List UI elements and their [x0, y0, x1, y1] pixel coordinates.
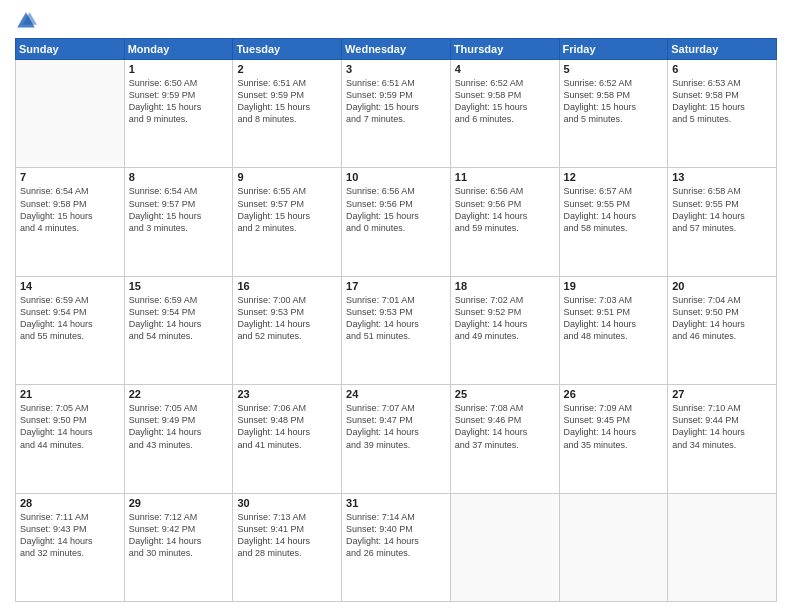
calendar-cell: 22Sunrise: 7:05 AM Sunset: 9:49 PM Dayli… [124, 385, 233, 493]
calendar-table: SundayMondayTuesdayWednesdayThursdayFrid… [15, 38, 777, 602]
calendar-week-4: 28Sunrise: 7:11 AM Sunset: 9:43 PM Dayli… [16, 493, 777, 601]
header [15, 10, 777, 32]
day-info: Sunrise: 7:12 AM Sunset: 9:42 PM Dayligh… [129, 511, 229, 560]
day-number: 21 [20, 388, 120, 400]
logo-icon [15, 10, 37, 32]
day-number: 20 [672, 280, 772, 292]
calendar-cell: 13Sunrise: 6:58 AM Sunset: 9:55 PM Dayli… [668, 168, 777, 276]
day-number: 30 [237, 497, 337, 509]
calendar-cell: 27Sunrise: 7:10 AM Sunset: 9:44 PM Dayli… [668, 385, 777, 493]
day-info: Sunrise: 6:54 AM Sunset: 9:58 PM Dayligh… [20, 185, 120, 234]
day-info: Sunrise: 6:53 AM Sunset: 9:58 PM Dayligh… [672, 77, 772, 126]
day-info: Sunrise: 6:55 AM Sunset: 9:57 PM Dayligh… [237, 185, 337, 234]
day-info: Sunrise: 6:52 AM Sunset: 9:58 PM Dayligh… [455, 77, 555, 126]
day-info: Sunrise: 6:59 AM Sunset: 9:54 PM Dayligh… [20, 294, 120, 343]
day-info: Sunrise: 6:56 AM Sunset: 9:56 PM Dayligh… [346, 185, 446, 234]
day-number: 29 [129, 497, 229, 509]
calendar-header-monday: Monday [124, 39, 233, 60]
day-info: Sunrise: 6:56 AM Sunset: 9:56 PM Dayligh… [455, 185, 555, 234]
day-number: 2 [237, 63, 337, 75]
calendar-cell: 29Sunrise: 7:12 AM Sunset: 9:42 PM Dayli… [124, 493, 233, 601]
day-info: Sunrise: 7:09 AM Sunset: 9:45 PM Dayligh… [564, 402, 664, 451]
calendar-cell: 31Sunrise: 7:14 AM Sunset: 9:40 PM Dayli… [342, 493, 451, 601]
day-number: 10 [346, 171, 446, 183]
calendar-header-wednesday: Wednesday [342, 39, 451, 60]
day-info: Sunrise: 6:54 AM Sunset: 9:57 PM Dayligh… [129, 185, 229, 234]
day-number: 31 [346, 497, 446, 509]
calendar-cell: 15Sunrise: 6:59 AM Sunset: 9:54 PM Dayli… [124, 276, 233, 384]
day-info: Sunrise: 6:59 AM Sunset: 9:54 PM Dayligh… [129, 294, 229, 343]
day-info: Sunrise: 7:14 AM Sunset: 9:40 PM Dayligh… [346, 511, 446, 560]
day-number: 19 [564, 280, 664, 292]
calendar-week-0: 1Sunrise: 6:50 AM Sunset: 9:59 PM Daylig… [16, 60, 777, 168]
calendar-cell: 21Sunrise: 7:05 AM Sunset: 9:50 PM Dayli… [16, 385, 125, 493]
day-number: 17 [346, 280, 446, 292]
day-number: 4 [455, 63, 555, 75]
day-info: Sunrise: 7:10 AM Sunset: 9:44 PM Dayligh… [672, 402, 772, 451]
calendar-week-3: 21Sunrise: 7:05 AM Sunset: 9:50 PM Dayli… [16, 385, 777, 493]
calendar-cell: 18Sunrise: 7:02 AM Sunset: 9:52 PM Dayli… [450, 276, 559, 384]
calendar-cell: 4Sunrise: 6:52 AM Sunset: 9:58 PM Daylig… [450, 60, 559, 168]
day-number: 5 [564, 63, 664, 75]
day-number: 11 [455, 171, 555, 183]
day-info: Sunrise: 7:11 AM Sunset: 9:43 PM Dayligh… [20, 511, 120, 560]
calendar-header-saturday: Saturday [668, 39, 777, 60]
calendar-cell: 23Sunrise: 7:06 AM Sunset: 9:48 PM Dayli… [233, 385, 342, 493]
calendar-header-friday: Friday [559, 39, 668, 60]
day-number: 7 [20, 171, 120, 183]
calendar-cell: 17Sunrise: 7:01 AM Sunset: 9:53 PM Dayli… [342, 276, 451, 384]
day-info: Sunrise: 7:04 AM Sunset: 9:50 PM Dayligh… [672, 294, 772, 343]
day-number: 22 [129, 388, 229, 400]
calendar-header-thursday: Thursday [450, 39, 559, 60]
calendar-week-1: 7Sunrise: 6:54 AM Sunset: 9:58 PM Daylig… [16, 168, 777, 276]
calendar-header-row: SundayMondayTuesdayWednesdayThursdayFrid… [16, 39, 777, 60]
calendar-cell: 6Sunrise: 6:53 AM Sunset: 9:58 PM Daylig… [668, 60, 777, 168]
day-number: 8 [129, 171, 229, 183]
calendar-week-2: 14Sunrise: 6:59 AM Sunset: 9:54 PM Dayli… [16, 276, 777, 384]
day-info: Sunrise: 7:02 AM Sunset: 9:52 PM Dayligh… [455, 294, 555, 343]
calendar-cell: 16Sunrise: 7:00 AM Sunset: 9:53 PM Dayli… [233, 276, 342, 384]
day-info: Sunrise: 7:03 AM Sunset: 9:51 PM Dayligh… [564, 294, 664, 343]
calendar-cell [559, 493, 668, 601]
day-info: Sunrise: 6:57 AM Sunset: 9:55 PM Dayligh… [564, 185, 664, 234]
calendar-cell: 5Sunrise: 6:52 AM Sunset: 9:58 PM Daylig… [559, 60, 668, 168]
day-number: 13 [672, 171, 772, 183]
day-info: Sunrise: 6:51 AM Sunset: 9:59 PM Dayligh… [237, 77, 337, 126]
calendar-cell [16, 60, 125, 168]
day-info: Sunrise: 6:50 AM Sunset: 9:59 PM Dayligh… [129, 77, 229, 126]
calendar-cell: 24Sunrise: 7:07 AM Sunset: 9:47 PM Dayli… [342, 385, 451, 493]
page: SundayMondayTuesdayWednesdayThursdayFrid… [0, 0, 792, 612]
calendar-cell: 3Sunrise: 6:51 AM Sunset: 9:59 PM Daylig… [342, 60, 451, 168]
calendar-cell: 25Sunrise: 7:08 AM Sunset: 9:46 PM Dayli… [450, 385, 559, 493]
day-number: 28 [20, 497, 120, 509]
day-info: Sunrise: 6:52 AM Sunset: 9:58 PM Dayligh… [564, 77, 664, 126]
calendar-cell: 7Sunrise: 6:54 AM Sunset: 9:58 PM Daylig… [16, 168, 125, 276]
day-info: Sunrise: 7:01 AM Sunset: 9:53 PM Dayligh… [346, 294, 446, 343]
day-number: 25 [455, 388, 555, 400]
calendar-cell [450, 493, 559, 601]
day-number: 26 [564, 388, 664, 400]
day-number: 16 [237, 280, 337, 292]
day-number: 18 [455, 280, 555, 292]
day-info: Sunrise: 7:05 AM Sunset: 9:49 PM Dayligh… [129, 402, 229, 451]
day-number: 23 [237, 388, 337, 400]
calendar-cell: 8Sunrise: 6:54 AM Sunset: 9:57 PM Daylig… [124, 168, 233, 276]
calendar-cell: 10Sunrise: 6:56 AM Sunset: 9:56 PM Dayli… [342, 168, 451, 276]
day-info: Sunrise: 7:13 AM Sunset: 9:41 PM Dayligh… [237, 511, 337, 560]
calendar-cell: 9Sunrise: 6:55 AM Sunset: 9:57 PM Daylig… [233, 168, 342, 276]
calendar-header-sunday: Sunday [16, 39, 125, 60]
calendar-cell: 14Sunrise: 6:59 AM Sunset: 9:54 PM Dayli… [16, 276, 125, 384]
day-number: 24 [346, 388, 446, 400]
logo [15, 10, 39, 32]
day-number: 6 [672, 63, 772, 75]
day-number: 9 [237, 171, 337, 183]
day-info: Sunrise: 6:51 AM Sunset: 9:59 PM Dayligh… [346, 77, 446, 126]
calendar-cell [668, 493, 777, 601]
calendar-cell: 28Sunrise: 7:11 AM Sunset: 9:43 PM Dayli… [16, 493, 125, 601]
day-info: Sunrise: 7:06 AM Sunset: 9:48 PM Dayligh… [237, 402, 337, 451]
day-number: 27 [672, 388, 772, 400]
day-number: 1 [129, 63, 229, 75]
day-number: 3 [346, 63, 446, 75]
calendar-cell: 26Sunrise: 7:09 AM Sunset: 9:45 PM Dayli… [559, 385, 668, 493]
day-number: 14 [20, 280, 120, 292]
